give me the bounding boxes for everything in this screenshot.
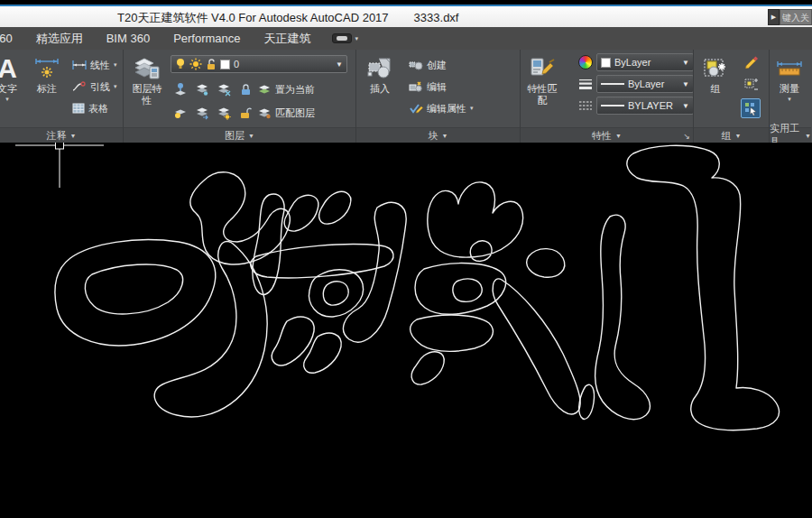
linetype-icon	[578, 100, 593, 111]
dxf-drawing	[0, 143, 812, 518]
create-block-button[interactable]: 创建	[409, 55, 474, 75]
panel-layers: 图层特性	[124, 50, 356, 143]
chevron-down-icon: ▾	[788, 96, 791, 103]
utilities-panel-label[interactable]: 实用工具 ▼	[770, 127, 811, 143]
layer-lock-button[interactable]	[235, 79, 255, 99]
ribbon-display-toggle[interactable]: ▾	[332, 33, 359, 43]
current-layer-name: 0	[234, 59, 239, 69]
chevron-down-icon: ▾	[470, 105, 474, 112]
dimension-icon	[34, 56, 60, 81]
edit-attributes-button[interactable]: 编辑属性 ▾	[409, 98, 474, 118]
match-layer-button[interactable]: 匹配图层	[257, 106, 315, 120]
pickbox	[56, 143, 64, 149]
dimension-button[interactable]: 标注	[27, 50, 67, 127]
ungroup-button[interactable]	[741, 75, 761, 95]
search-input[interactable]	[780, 9, 812, 25]
document-title: 3333.dxf	[414, 11, 459, 24]
leader-icon	[72, 81, 87, 92]
calligraphy-char-4[interactable]	[595, 145, 780, 430]
chevron-down-icon: ▼	[682, 102, 689, 110]
layer-off-icon	[217, 82, 231, 97]
text-button[interactable]: A 文字 ▾	[0, 50, 25, 127]
app-title: T20天正建筑软件 V4.0 For Autodesk AutoCAD 2017	[117, 11, 389, 24]
tab-bim360[interactable]: BIM 360	[95, 27, 161, 50]
unlock-icon	[206, 58, 217, 70]
insert-block-icon	[366, 56, 393, 81]
help-search: ▶	[768, 8, 812, 26]
layer-freeze-button[interactable]	[192, 79, 212, 99]
edit-block-button[interactable]: 编辑	[409, 77, 474, 97]
measure-button[interactable]: 测量 ▾	[771, 50, 807, 127]
insert-block-button[interactable]: 插入	[360, 50, 400, 127]
chevron-down-icon: ▼	[615, 133, 622, 139]
layers-panel-label[interactable]: 图层 ▼	[124, 127, 355, 143]
layer-select-combo[interactable]: 0 ▼	[171, 55, 347, 73]
group-edit-button[interactable]	[741, 51, 761, 71]
drawing-canvas[interactable]	[0, 143, 812, 518]
ribbon-tab-bar: 360 精选应用 BIM 360 Performance 天正建筑 ▾	[0, 27, 812, 50]
panel-group: 组	[694, 50, 770, 143]
linear-dimension-button[interactable]: 线性 ▾	[72, 55, 117, 75]
table-button[interactable]: 表格	[72, 98, 117, 118]
annotation-panel-label[interactable]: 注释 ▼	[0, 127, 123, 143]
chevron-down-icon: ▼	[70, 133, 77, 139]
window-title: T20天正建筑软件 V4.0 For Autodesk AutoCAD 2017…	[117, 10, 458, 26]
linetype-preview	[601, 105, 624, 106]
crosshair-cursor	[15, 143, 104, 188]
tab-performance[interactable]: Performance	[161, 27, 252, 50]
group-icon	[702, 56, 729, 81]
set-current-icon	[257, 83, 272, 96]
layer-properties-button[interactable]: 图层特性	[125, 50, 169, 127]
layer-off-button[interactable]	[214, 79, 234, 99]
calligraphy-char-3[interactable]	[411, 182, 595, 420]
chevron-down-icon: ▼	[682, 80, 689, 88]
color-swatch	[601, 58, 611, 68]
chevron-down-icon: ▼	[248, 133, 254, 139]
leader-button[interactable]: 引线 ▾	[72, 77, 117, 97]
titlebar: T20天正建筑软件 V4.0 For Autodesk AutoCAD 2017…	[0, 5, 812, 27]
tab-tangent-arch[interactable]: 天正建筑	[253, 27, 323, 50]
layer-on-bulb-icon	[175, 58, 186, 70]
calligraphy-char-1[interactable]	[55, 172, 290, 417]
group-selection-toggle[interactable]	[741, 98, 761, 118]
edit-attributes-icon	[409, 103, 423, 114]
text-icon: A	[0, 55, 17, 82]
group-panel-label[interactable]: 组 ▼	[694, 127, 769, 143]
layer-isolate-button[interactable]	[171, 79, 190, 99]
match-properties-icon	[529, 56, 556, 81]
block-panel-label[interactable]: 块 ▼	[356, 127, 520, 143]
lineweight-combo[interactable]: ByLayer ▼	[596, 75, 693, 93]
layer-walk-button[interactable]	[192, 103, 212, 123]
chevron-down-icon: ▾	[5, 96, 9, 103]
chevron-down-icon: ▾	[355, 35, 359, 42]
layer-thaw-button[interactable]	[214, 103, 234, 123]
search-expand-button[interactable]: ▶	[768, 9, 780, 25]
calligraphy-char-2[interactable]	[251, 191, 406, 373]
lineweight-preview	[601, 83, 624, 85]
linetype-combo[interactable]: BYLAYER ▼	[596, 97, 693, 115]
chevron-down-icon: ▼	[442, 133, 448, 139]
measure-icon	[776, 57, 803, 80]
dialog-launcher-icon[interactable]: ↘	[683, 132, 690, 141]
layer-unlock-button[interactable]	[235, 103, 255, 123]
panel-utilities: 测量 ▾	[770, 50, 811, 143]
chevron-down-icon: ▾	[114, 61, 117, 69]
layer-thaw-icon	[217, 106, 231, 120]
arrow-right-icon: ▶	[771, 14, 776, 21]
properties-panel-label[interactable]: 特性 ▼ ↘	[521, 127, 693, 143]
tab-a360[interactable]: 360	[0, 27, 24, 50]
tab-featured-apps[interactable]: 精选应用	[24, 27, 95, 50]
object-color-combo[interactable]: ByLayer ▼	[596, 53, 693, 71]
layer-freeze-icon	[195, 82, 209, 97]
panel-annotation: A 文字 ▾	[0, 50, 124, 143]
sun-icon	[189, 58, 202, 70]
chevron-down-icon: ▾	[114, 83, 117, 90]
group-button[interactable]: 组	[697, 50, 734, 127]
autocad-window: T20天正建筑软件 V4.0 For Autodesk AutoCAD 2017…	[0, 0, 812, 518]
layer-lock-icon	[239, 82, 252, 97]
layer-turn-on-button[interactable]	[171, 103, 190, 123]
layer-properties-icon	[134, 56, 161, 81]
set-current-button[interactable]: 置为当前	[257, 83, 315, 97]
chevron-down-icon: ▼	[805, 133, 811, 139]
match-properties-button[interactable]: 特性匹配	[522, 50, 562, 127]
